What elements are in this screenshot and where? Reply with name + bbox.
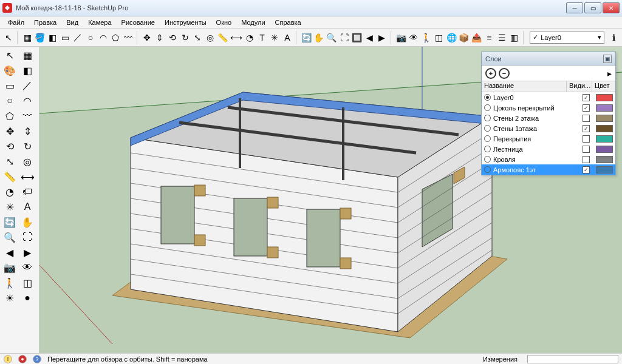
outliner-icon[interactable]: ≡ (483, 30, 495, 45)
status-info-icon[interactable]: ! (4, 355, 12, 363)
layer-color-swatch[interactable] (596, 135, 613, 143)
offset-icon[interactable]: ◎ (19, 154, 36, 169)
layer-color-swatch[interactable] (596, 94, 613, 101)
add-layer-button[interactable]: + (485, 68, 496, 79)
menu-окно[interactable]: Окно (212, 18, 236, 27)
layer-row[interactable]: Кровля (482, 154, 615, 164)
next-icon[interactable]: ▶ (19, 245, 36, 260)
protractor-icon[interactable]: ◔ (1, 184, 18, 199)
sun-icon[interactable]: ☀ (1, 291, 18, 305)
axes-icon[interactable]: ✳ (268, 30, 281, 45)
measurements-input[interactable] (527, 355, 618, 363)
minimize-button[interactable]: ─ (566, 2, 583, 13)
circle-icon[interactable]: ○ (1, 93, 18, 108)
paint-bag-icon[interactable]: 🎨 (1, 63, 18, 78)
arc-icon[interactable]: ◠ (97, 30, 109, 45)
polygon-icon[interactable]: ⬠ (110, 30, 122, 45)
walk-icon[interactable]: 🚶 (420, 30, 432, 45)
look-icon[interactable]: 👁 (19, 260, 36, 275)
zoom-extents-icon[interactable]: ⛶ (338, 30, 350, 45)
tape-icon[interactable]: 📏 (1, 169, 18, 184)
layers-header-name[interactable]: Название (482, 81, 567, 92)
layer-visible-checkbox[interactable] (583, 94, 590, 101)
protractor-icon[interactable]: ◔ (244, 30, 256, 45)
status-user-icon[interactable]: ● (18, 355, 27, 363)
layer-active-radio[interactable] (484, 94, 491, 101)
layers-header-color[interactable]: Цвет (592, 81, 615, 92)
text-icon[interactable]: T (256, 30, 268, 45)
line-icon[interactable]: ／ (19, 78, 36, 93)
menu-правка[interactable]: Правка (30, 18, 61, 27)
layers-icon[interactable]: ☰ (496, 30, 508, 45)
freehand-icon[interactable]: 〰 (19, 109, 36, 123)
layer-color-swatch[interactable] (596, 166, 613, 174)
layer-visible-checkbox[interactable] (583, 166, 590, 174)
layer-active-radio[interactable] (484, 115, 491, 121)
layer-active-radio[interactable] (484, 146, 491, 152)
layers-panel-title[interactable]: Слои ▣ (482, 52, 615, 66)
paint-bucket-icon[interactable]: 🪣 (34, 30, 46, 45)
section-icon[interactable]: ◫ (19, 275, 36, 290)
offset-icon[interactable]: ◎ (204, 30, 216, 45)
rotate-icon[interactable]: ⟲ (166, 30, 179, 45)
layer-active-radio[interactable] (484, 166, 491, 173)
layer-visible-checkbox[interactable] (583, 115, 590, 122)
layer-color-swatch[interactable] (596, 146, 613, 153)
menu-модули[interactable]: Модули (237, 18, 269, 27)
layer-visible-checkbox[interactable] (583, 125, 590, 132)
zoom-extents-icon[interactable]: ⛶ (19, 230, 36, 244)
layer-active-radio[interactable] (484, 104, 491, 111)
layer-row[interactable]: Цоколь перекрытий (482, 103, 615, 113)
dimension-icon[interactable]: ⟷ (230, 30, 243, 45)
layer-row[interactable]: Перекрытия (482, 133, 615, 144)
menu-справка[interactable]: Справка (271, 18, 306, 27)
component-icon[interactable]: ▦ (19, 48, 36, 62)
menu-камера[interactable]: Камера (84, 18, 115, 27)
layer-color-swatch[interactable] (596, 125, 613, 132)
layer-active-radio[interactable] (484, 156, 491, 163)
arc-icon[interactable]: ◠ (19, 93, 36, 108)
zoom-icon[interactable]: 🔍 (326, 30, 338, 45)
3d-text-icon[interactable]: A (281, 30, 293, 45)
get-models-icon[interactable]: 📦 (458, 30, 470, 45)
layer-visible-checkbox[interactable] (583, 135, 590, 143)
shadow-icon[interactable]: ● (19, 291, 36, 305)
layer-dropdown[interactable]: ✓Layer0▾ (530, 32, 604, 44)
layer-active-radio[interactable] (484, 135, 491, 142)
dimension-icon[interactable]: ⟷ (19, 169, 36, 184)
layers-header-visible[interactable]: Види... (567, 81, 592, 92)
viewport-3d[interactable]: Слои ▣ + − ▸ Название Види... Цвет Layer… (39, 47, 622, 353)
maximize-button[interactable]: ▭ (584, 2, 601, 13)
layer-info-icon[interactable]: ℹ (607, 30, 620, 45)
layer-visible-checkbox[interactable] (583, 146, 590, 153)
section-plane-icon[interactable]: ◫ (432, 30, 445, 45)
follow-me-green-icon[interactable]: ↻ (19, 139, 36, 153)
scale-icon[interactable]: ⤡ (192, 30, 204, 45)
follow-me-icon[interactable]: ↻ (179, 30, 191, 45)
layer-row[interactable]: Армопояс 1эт (482, 164, 615, 175)
position-camera-icon[interactable]: 📷 (395, 30, 407, 45)
move-icon[interactable]: ✥ (142, 30, 154, 45)
layer-active-radio[interactable] (484, 125, 491, 132)
layers-close-icon[interactable]: ▣ (603, 55, 612, 63)
layer-color-swatch[interactable] (596, 115, 613, 122)
move-shapes-icon[interactable]: ✥ (1, 124, 18, 138)
menu-файл[interactable]: Файл (4, 18, 29, 27)
orbit-icon[interactable]: 🔄 (1, 215, 18, 229)
share-model-icon[interactable]: 📤 (471, 30, 483, 45)
google-earth-icon[interactable]: 🌐 (445, 30, 457, 45)
scale-icon[interactable]: ⤡ (1, 154, 18, 169)
layer-row[interactable]: Стены 2 этажа (482, 113, 615, 123)
walk-icon[interactable]: 🚶 (1, 275, 18, 290)
pan-icon[interactable]: ✋ (19, 215, 36, 229)
menu-инструменты[interactable]: Инструменты (160, 18, 211, 27)
menu-рисование[interactable]: Рисование (117, 18, 159, 27)
polygon-icon[interactable]: ⬠ (1, 109, 18, 123)
menu-вид[interactable]: Вид (62, 18, 83, 27)
layers-menu-icon[interactable]: ▸ (607, 69, 612, 78)
layer-color-swatch[interactable] (596, 104, 613, 112)
line-icon[interactable]: ／ (72, 30, 84, 45)
axes-icon[interactable]: ✳ (1, 200, 18, 214)
3d-text-icon[interactable]: A (19, 200, 36, 214)
prev-icon[interactable]: ◀ (1, 245, 18, 260)
